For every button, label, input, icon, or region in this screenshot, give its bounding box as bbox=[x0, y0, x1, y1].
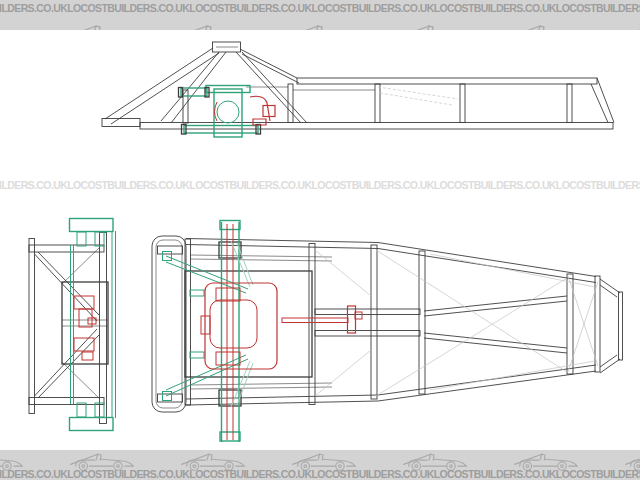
watermark-text: LOCOSTBUILDERS.CO.UK bbox=[189, 468, 311, 480]
side-view-red-bracket bbox=[215, 96, 276, 125]
watermark-text: LOCOSTBUILDERS.CO.UK bbox=[556, 468, 640, 480]
watermark-text: LOCOSTBUILDERS.CO.UK bbox=[0, 468, 67, 480]
chassis-technical-drawing bbox=[0, 0, 640, 480]
side-frame-tubes bbox=[102, 42, 614, 129]
axle-frame-tubes bbox=[29, 233, 108, 424]
page: LOCOSTBUILDERS.CO.UK LOCOSTBUILDERS.CO.U… bbox=[0, 0, 640, 480]
watermark-text: LOCOSTBUILDERS.CO.UK bbox=[312, 468, 434, 480]
watermark-banner-bottom: LOCOSTBUILDERS.CO.UK LOCOSTBUILDERS.CO.U… bbox=[0, 450, 640, 480]
engine-red-outline bbox=[201, 283, 362, 369]
plan-frame-tubes bbox=[152, 236, 623, 412]
front-axle-assembly bbox=[220, 221, 240, 443]
watermark-text-row: LOCOSTBUILDERS.CO.UK LOCOSTBUILDERS.CO.U… bbox=[0, 468, 640, 480]
watermark-text: LOCOSTBUILDERS.CO.UK bbox=[67, 468, 189, 480]
front-axle-view bbox=[29, 219, 116, 431]
plan-view bbox=[152, 221, 623, 443]
watermark-text: LOCOSTBUILDERS.CO.UK bbox=[434, 468, 556, 480]
side-elevation-view bbox=[102, 42, 614, 137]
